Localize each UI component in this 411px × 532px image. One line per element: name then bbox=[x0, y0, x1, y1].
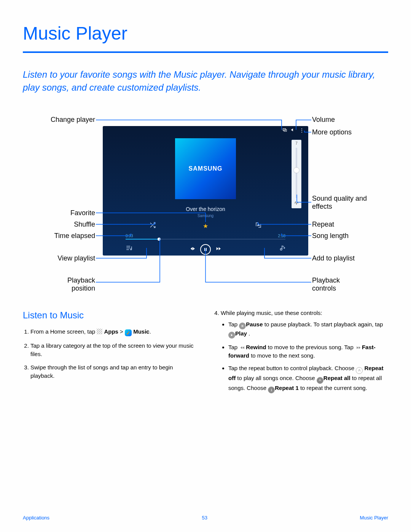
repeat-1-inline-icon: 1 bbox=[268, 387, 275, 393]
favorite-icon[interactable]: ★ bbox=[203, 222, 208, 230]
footer-page-number: 53 bbox=[202, 515, 207, 521]
step-2: Tap a library category at the top of the… bbox=[30, 342, 198, 358]
intro-paragraph: Listen to your favorite songs with the M… bbox=[23, 68, 388, 94]
volume-icon[interactable] bbox=[291, 128, 295, 133]
rewind-inline-icon bbox=[239, 344, 246, 351]
svg-rect-9 bbox=[243, 325, 243, 327]
album-brand: SAMSUNG bbox=[189, 165, 223, 172]
callout-view-playlist: View playlist bbox=[23, 254, 95, 262]
song-title: Over the horizon bbox=[103, 206, 308, 212]
svg-rect-4 bbox=[204, 248, 205, 251]
right-column: While playing music, use these controls:… bbox=[213, 309, 388, 399]
left-column: Listen to Music From a Home screen, tap … bbox=[23, 309, 198, 399]
callout-more-options: More options bbox=[312, 128, 352, 136]
svg-point-7 bbox=[127, 333, 128, 334]
apps-grid-icon bbox=[97, 329, 102, 334]
callout-shuffle: Shuffle bbox=[23, 220, 95, 228]
rewind-icon[interactable] bbox=[190, 246, 196, 253]
time-total-value: 2:58 bbox=[278, 234, 285, 238]
fast-forward-icon[interactable] bbox=[215, 246, 221, 253]
player-diagram: Change player Volume More options Sound … bbox=[23, 115, 388, 297]
shuffle-icon[interactable] bbox=[149, 222, 156, 230]
svg-text:A: A bbox=[258, 223, 260, 227]
volume-level: 7 bbox=[295, 141, 298, 145]
footer-right: Music Player bbox=[360, 515, 388, 521]
music-app-icon bbox=[125, 329, 132, 336]
sound-quality-icon[interactable] bbox=[294, 200, 299, 206]
repeat-all-inline-icon: A bbox=[317, 377, 323, 384]
listen-heading: Listen to Music bbox=[23, 309, 198, 322]
step-3: Swipe through the list of songs and tap … bbox=[30, 363, 198, 380]
add-to-playlist-icon[interactable] bbox=[279, 244, 285, 253]
view-playlist-icon[interactable] bbox=[126, 244, 132, 253]
change-player-icon[interactable] bbox=[282, 128, 287, 133]
callout-playback-position: Playbackposition bbox=[23, 276, 95, 292]
callout-volume: Volume bbox=[312, 116, 335, 124]
ff-inline-icon bbox=[355, 344, 362, 351]
svg-rect-8 bbox=[242, 325, 242, 327]
page-title: Music Player bbox=[23, 23, 388, 44]
svg-rect-5 bbox=[206, 248, 207, 251]
callout-time-elapsed: Time elapsed bbox=[23, 232, 95, 240]
album-art: SAMSUNG bbox=[175, 138, 236, 199]
pause-inline-icon bbox=[239, 323, 246, 329]
pause-button[interactable] bbox=[200, 244, 211, 255]
callout-playback-controls: Playbackcontrols bbox=[312, 276, 340, 292]
song-artist: Samsung bbox=[103, 214, 308, 218]
callout-repeat: Repeat bbox=[312, 220, 334, 228]
play-inline-icon bbox=[228, 332, 235, 339]
callout-favorite: Favorite bbox=[23, 209, 95, 217]
callout-change-player: Change player bbox=[23, 116, 95, 124]
repeat-off-inline-icon: A bbox=[356, 367, 363, 374]
step-4: While playing music, use these controls:… bbox=[221, 309, 388, 393]
step-1: From a Home screen, tap Apps > Music. bbox=[30, 328, 198, 336]
bullet-repeat: Tap the repeat button to control playbac… bbox=[228, 364, 388, 393]
time-elapsed-value: 0:33 bbox=[126, 234, 133, 238]
bullet-rewind: Tap Rewind to move to the previous song.… bbox=[228, 343, 388, 360]
title-underline bbox=[23, 51, 388, 53]
progress-bar[interactable] bbox=[126, 239, 285, 240]
more-options-icon[interactable]: ⋮ bbox=[299, 128, 304, 133]
player-screenshot: ⋮ SAMSUNG 7 Over the horizon Samsung ★ A… bbox=[103, 126, 308, 256]
callout-sound-quality: Sound quality and effects bbox=[312, 195, 381, 211]
footer-left: Applications bbox=[23, 515, 49, 521]
repeat-icon[interactable]: A bbox=[255, 222, 262, 230]
callout-song-length: Song length bbox=[312, 232, 349, 240]
callout-add-playlist: Add to playlist bbox=[312, 254, 355, 262]
bullet-pause: Tap Pause to pause playback. To start pl… bbox=[228, 320, 388, 339]
page-footer: Applications 53 Music Player bbox=[23, 515, 388, 521]
volume-slider[interactable]: 7 bbox=[292, 140, 301, 208]
